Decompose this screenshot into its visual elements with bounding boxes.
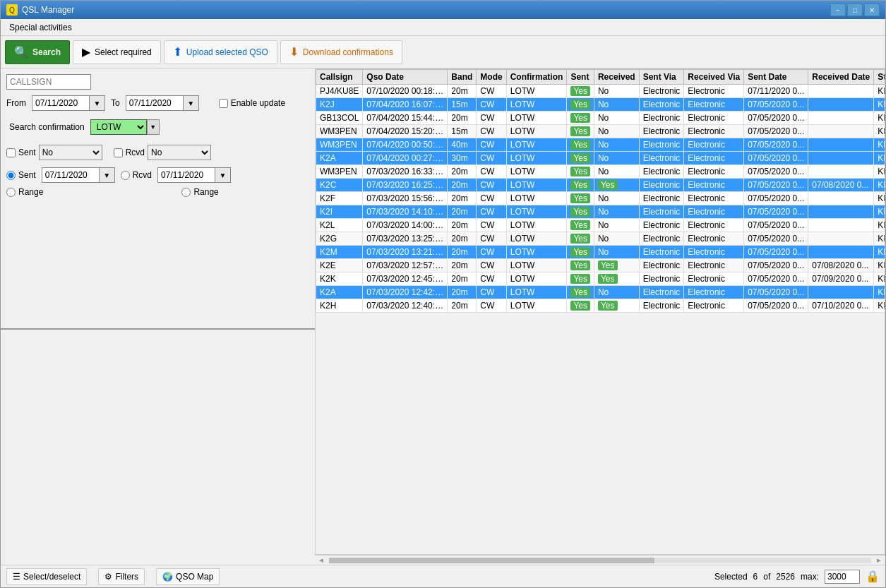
cell-callsign: K2F [316,192,363,205]
scrollbar-thumb[interactable] [329,558,654,563]
maximize-button[interactable]: □ [847,4,863,16]
download-label: Download confirmations [303,47,393,57]
table-row[interactable]: K2I 07/03/2020 14:10:19 20m CW LOTW Yes … [316,205,886,219]
rcvd-date-picker-button[interactable]: ▼ [215,168,230,182]
cell-sent-date: 07/05/2020 0... [744,152,808,165]
col-callsign[interactable]: Callsign [316,70,363,85]
cell-received-date [808,85,874,98]
table-row[interactable]: K2G 07/03/2020 13:25:38 20m CW LOTW Yes … [316,232,886,246]
table-body: PJ4/KU8E 07/10/2020 00:18:14 20m CW LOTW… [316,85,886,313]
table-row[interactable]: WM3PEN 07/04/2020 15:20:33 15m CW LOTW Y… [316,125,886,138]
from-date-input[interactable] [32,97,89,109]
from-date-picker-button[interactable]: ▼ [89,96,104,110]
sent-radio-label[interactable]: Sent [6,170,36,180]
table-row[interactable]: K2C 07/03/2020 16:25:52 20m CW LOTW Yes … [316,179,886,192]
col-confirmation[interactable]: Confirmation [506,70,567,85]
conf-dropdown-button[interactable]: ▼ [147,119,160,135]
rcvd-checkbox[interactable] [114,148,123,157]
rcvd-range-label[interactable]: Range [181,187,218,197]
sent-range-radio[interactable] [6,188,16,197]
cell-received: No [594,192,639,205]
cell-station-callsign: KI5IO [874,246,885,259]
cell-received-via: Electronic [684,232,744,246]
table-row[interactable]: PJ4/KU8E 07/10/2020 00:18:14 20m CW LOTW… [316,85,886,98]
rcvd-select[interactable]: No Yes [148,145,211,160]
sent-select[interactable]: No Yes [39,145,102,160]
download-button[interactable]: ⬇ Download confirmations [280,40,402,64]
filters-button[interactable]: ⚙ Filters [98,568,145,585]
table-header-row: Callsign Qso Date Band Mode Confirmation… [316,70,886,85]
table-row[interactable]: K2A 07/04/2020 00:27:30 30m CW LOTW Yes … [316,152,886,165]
callsign-input[interactable] [6,74,91,90]
enable-update-label[interactable]: Enable update [219,98,285,108]
table-row[interactable]: GB13COL 07/04/2020 15:44:10 20m CW LOTW … [316,112,886,125]
sent-radio[interactable] [6,171,16,180]
col-received-via[interactable]: Received Via [684,70,744,85]
rcvd-range-radio[interactable] [181,188,191,197]
rcvd-radio-label[interactable]: Rcvd [121,170,152,180]
search-button[interactable]: 🔍 Search [5,40,70,64]
table-row[interactable]: K2E 07/03/2020 12:57:17 20m CW LOTW Yes … [316,259,886,272]
table-row[interactable]: K2M 07/03/2020 13:21:38 20m CW LOTW Yes … [316,246,886,259]
confirmation-select[interactable]: LOTW eQSL Paper [90,119,147,135]
select-required-button[interactable]: ▶ Select required [73,40,161,64]
yes-badge: Yes [570,167,590,176]
table-row[interactable]: K2A 07/03/2020 12:42:21 20m CW LOTW Yes … [316,286,886,299]
cell-sent: Yes [567,286,594,299]
title-bar: Q QSL Manager − □ ✕ [1,1,885,19]
horizontal-scrollbar[interactable]: ◄ ► [315,555,885,565]
col-sent-date[interactable]: Sent Date [744,70,808,85]
cell-sent-date: 07/05/2020 0... [744,125,808,138]
qso-map-button[interactable]: 🌍 QSO Map [156,568,220,585]
table-row[interactable]: WM3PEN 07/04/2020 00:50:39 40m CW LOTW Y… [316,138,886,152]
cell-received-date [808,205,874,219]
col-received[interactable]: Received [594,70,639,85]
table-row[interactable]: WM3PEN 07/03/2020 16:33:46 20m CW LOTW Y… [316,165,886,179]
cell-sent: Yes [567,98,594,112]
qso-map-label: QSO Map [176,572,213,582]
rcvd-radio[interactable] [121,171,130,180]
to-date-field: ▼ [126,95,199,111]
col-qso-date[interactable]: Qso Date [363,70,448,85]
col-sent[interactable]: Sent [567,70,594,85]
col-station-callsign[interactable]: Station Callsign [874,70,885,85]
table-row[interactable]: K2J 07/04/2020 16:07:23 15m CW LOTW Yes … [316,98,886,112]
col-band[interactable]: Band [448,70,477,85]
cell-received-date [808,152,874,165]
rcvd-date-input[interactable] [158,169,215,181]
max-input[interactable] [825,570,860,584]
to-date-picker-button[interactable]: ▼ [183,96,198,110]
col-sent-via[interactable]: Sent Via [639,70,684,85]
scrollbar-track[interactable] [329,558,871,563]
sent-date-input[interactable] [42,169,99,181]
minimize-button[interactable]: − [830,4,846,16]
upload-button[interactable]: ⬆ Upload selected QSO [164,40,277,64]
sent-checkbox[interactable] [6,148,16,157]
close-button[interactable]: ✕ [864,4,880,16]
table-container[interactable]: Callsign Qso Date Band Mode Confirmation… [315,68,885,555]
table-row[interactable]: K2F 07/03/2020 15:56:22 20m CW LOTW Yes … [316,192,886,205]
sent-date-picker-button[interactable]: ▼ [99,168,114,182]
select-deselect-button[interactable]: ☰ Select/deselect [6,568,87,585]
cell-sent-via: Electronic [639,286,684,299]
cell-mode: CW [477,125,506,138]
cell-qso-date: 07/03/2020 15:56:22 [363,192,448,205]
table-row[interactable]: K2K 07/03/2020 12:45:49 20m CW LOTW Yes … [316,272,886,286]
yes-badge: Yes [598,260,618,270]
enable-update-checkbox[interactable] [219,99,228,108]
map-icon: 🌍 [162,572,173,582]
col-mode[interactable]: Mode [477,70,506,85]
cell-callsign: K2G [316,232,363,246]
col-received-date[interactable]: Received Date [808,70,874,85]
menu-item-special-activities[interactable]: Special activities [4,21,78,34]
cell-received: No [594,152,639,165]
cell-callsign: K2E [316,259,363,272]
cell-received: No [594,138,639,152]
sent-range-label[interactable]: Range [6,187,43,197]
table-row[interactable]: K2L 07/03/2020 14:00:16 20m CW LOTW Yes … [316,219,886,232]
to-date-input[interactable] [126,97,183,109]
table-row[interactable]: K2H 07/03/2020 12:40:07 20m CW LOTW Yes … [316,299,886,313]
cell-confirmation: LOTW [506,286,567,299]
cell-mode: CW [477,286,506,299]
cell-received-via: Electronic [684,246,744,259]
